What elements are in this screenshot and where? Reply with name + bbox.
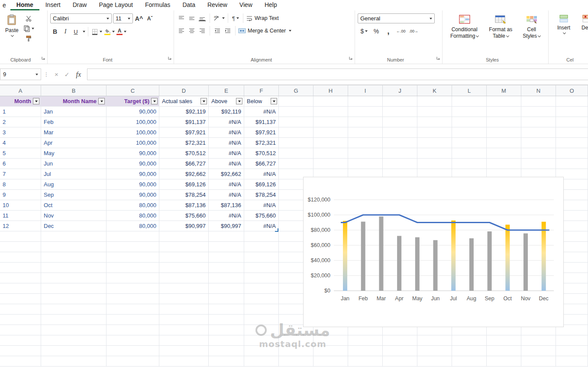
text-direction-button[interactable]: ¶ bbox=[231, 14, 240, 23]
cell-I26[interactable] bbox=[348, 356, 383, 367]
cell-B22[interactable] bbox=[41, 315, 107, 325]
cell-N1[interactable] bbox=[521, 96, 556, 107]
column-header-I[interactable]: I bbox=[348, 85, 383, 96]
cell-A10[interactable]: 9 bbox=[0, 190, 41, 200]
cell-E5[interactable]: #N/A bbox=[209, 138, 244, 148]
cell-F9[interactable]: $69,126 bbox=[244, 179, 279, 190]
cell-F7[interactable]: $66,727 bbox=[244, 159, 279, 169]
cell-E8[interactable]: $92,662 bbox=[209, 169, 244, 179]
cell-E2[interactable]: $92,119 bbox=[209, 107, 244, 117]
cell-C19[interactable] bbox=[107, 283, 159, 294]
cell-I4[interactable] bbox=[348, 127, 383, 138]
grow-font-button[interactable]: A^ bbox=[135, 14, 143, 23]
cell-F8[interactable]: #N/A bbox=[244, 169, 279, 179]
cell-A8[interactable]: 7 bbox=[0, 169, 41, 179]
filter-button[interactable] bbox=[98, 98, 105, 104]
cut-button[interactable] bbox=[23, 14, 34, 23]
cell-G4[interactable] bbox=[279, 127, 313, 138]
cell-K1[interactable] bbox=[417, 96, 452, 107]
cell-C18[interactable] bbox=[107, 273, 159, 283]
cell-styles-button[interactable]: Cell Styles bbox=[520, 13, 543, 55]
cell-C17[interactable] bbox=[107, 263, 159, 273]
column-header-K[interactable]: K bbox=[417, 85, 452, 96]
align-bottom-button[interactable] bbox=[198, 14, 207, 23]
cell-L5[interactable] bbox=[452, 138, 487, 148]
menu-tab-draw[interactable]: Draw bbox=[67, 0, 93, 10]
font-size-select[interactable]: 11 bbox=[113, 13, 133, 23]
cell-O24[interactable] bbox=[556, 335, 588, 346]
cell-E25[interactable] bbox=[209, 346, 244, 356]
cell-B19[interactable] bbox=[41, 283, 107, 294]
cell-C3[interactable]: 100,000 bbox=[107, 117, 159, 127]
cell-A12[interactable]: 11 bbox=[0, 211, 41, 221]
cell-B4[interactable]: Mar bbox=[41, 127, 107, 138]
cell-D23[interactable] bbox=[159, 325, 209, 335]
cell-D14[interactable] bbox=[159, 231, 209, 242]
cell-F26[interactable] bbox=[244, 356, 279, 367]
cell-C4[interactable]: 100,000 bbox=[107, 127, 159, 138]
column-header-C[interactable]: C bbox=[107, 85, 159, 96]
cell-F17[interactable] bbox=[244, 263, 279, 273]
cell-B16[interactable] bbox=[41, 252, 107, 263]
menu-tab-formulas[interactable]: Formulas bbox=[139, 0, 176, 10]
cell-C20[interactable] bbox=[107, 294, 159, 304]
cell-B5[interactable]: Apr bbox=[41, 138, 107, 148]
cell-F6[interactable]: $70,512 bbox=[244, 148, 279, 159]
cell-K4[interactable] bbox=[417, 127, 452, 138]
cell-D12[interactable]: $75,660 bbox=[159, 211, 209, 221]
cell-M26[interactable] bbox=[487, 356, 521, 367]
cell-D7[interactable]: $66,727 bbox=[159, 159, 209, 169]
format-painter-button[interactable] bbox=[23, 34, 34, 43]
cell-C23[interactable] bbox=[107, 325, 159, 335]
cell-A7[interactable]: 6 bbox=[0, 159, 41, 169]
cell-L25[interactable] bbox=[452, 346, 487, 356]
insert-function-icon[interactable]: fx bbox=[73, 71, 85, 78]
menu-tab-data[interactable]: Data bbox=[176, 0, 201, 10]
cell-N24[interactable] bbox=[521, 335, 556, 346]
name-box-dropdown-icon[interactable] bbox=[36, 74, 38, 75]
cell-D4[interactable]: $97,921 bbox=[159, 127, 209, 138]
borders-button[interactable] bbox=[91, 27, 102, 36]
align-left-button[interactable] bbox=[177, 26, 186, 35]
menu-tab-view[interactable]: View bbox=[233, 0, 258, 10]
cell-A4[interactable]: 3 bbox=[0, 127, 41, 138]
cell-A6[interactable]: 5 bbox=[0, 148, 41, 159]
cell-K3[interactable] bbox=[417, 117, 452, 127]
cell-C1[interactable]: Target ($) bbox=[107, 96, 159, 107]
file-tab-partial[interactable]: e bbox=[0, 0, 10, 10]
cell-C8[interactable]: 90,000 bbox=[107, 169, 159, 179]
cell-L6[interactable] bbox=[452, 148, 487, 159]
cell-E4[interactable]: #N/A bbox=[209, 127, 244, 138]
cell-N6[interactable] bbox=[521, 148, 556, 159]
cell-F4[interactable]: $97,921 bbox=[244, 127, 279, 138]
cell-G5[interactable] bbox=[279, 138, 313, 148]
underline-button[interactable]: U bbox=[71, 27, 80, 36]
cell-K26[interactable] bbox=[417, 356, 452, 367]
cell-I7[interactable] bbox=[348, 159, 383, 169]
cell-B26[interactable] bbox=[41, 356, 107, 367]
cell-A24[interactable] bbox=[0, 335, 41, 346]
cell-E9[interactable]: #N/A bbox=[209, 179, 244, 190]
cell-H1[interactable] bbox=[313, 96, 348, 107]
cell-E18[interactable] bbox=[209, 273, 244, 283]
cell-L7[interactable] bbox=[452, 159, 487, 169]
cell-C6[interactable]: 90,000 bbox=[107, 148, 159, 159]
cell-B11[interactable]: Oct bbox=[41, 200, 107, 211]
cell-I24[interactable] bbox=[348, 335, 383, 346]
cell-A16[interactable] bbox=[0, 252, 41, 263]
cell-O3[interactable] bbox=[556, 117, 588, 127]
cancel-icon[interactable]: × bbox=[52, 71, 61, 78]
cell-F3[interactable]: $91,137 bbox=[244, 117, 279, 127]
cell-I25[interactable] bbox=[348, 346, 383, 356]
embedded-chart[interactable]: $0$20,000$40,000$60,000$80,000$100,000$1… bbox=[303, 177, 564, 327]
cell-B13[interactable]: Dec bbox=[41, 221, 107, 231]
cell-L26[interactable] bbox=[452, 356, 487, 367]
cell-M2[interactable] bbox=[487, 107, 521, 117]
cell-B12[interactable]: Nov bbox=[41, 211, 107, 221]
cell-E10[interactable]: #N/A bbox=[209, 190, 244, 200]
cell-A13[interactable]: 12 bbox=[0, 221, 41, 231]
cell-B9[interactable]: Aug bbox=[41, 179, 107, 190]
cell-A21[interactable] bbox=[0, 304, 41, 315]
cell-B8[interactable]: Jul bbox=[41, 169, 107, 179]
cell-D24[interactable] bbox=[159, 335, 209, 346]
